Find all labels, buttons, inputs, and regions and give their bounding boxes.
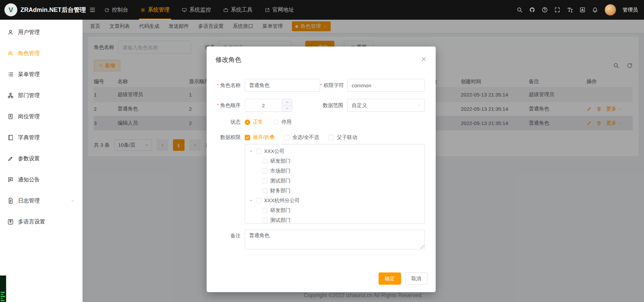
sidebar-item-log-mgmt[interactable]: 日志管理	[0, 190, 82, 211]
checkbox-parent-child-link[interactable]: 父子联动	[329, 134, 357, 141]
sidebar-item-user-mgmt[interactable]: 用户管理	[0, 22, 82, 43]
nav-system-tools[interactable]: 系统工具	[223, 0, 253, 20]
help-icon[interactable]	[542, 7, 548, 13]
increase-button[interactable]	[282, 99, 292, 106]
sidebar-item-role-mgmt[interactable]: 角色管理	[0, 43, 82, 64]
github-icon[interactable]	[529, 7, 535, 13]
role-sort-value: 2	[245, 99, 282, 111]
nav-official-site-label: 官网地址	[272, 6, 294, 14]
sidebar-item-label: 多语言设置	[18, 218, 45, 226]
book-icon	[7, 135, 14, 141]
role-key-field[interactable]	[347, 79, 425, 92]
app-logo[interactable]: V ZRAdmin.NET后台管理	[0, 3, 83, 16]
stepper-buttons	[282, 99, 292, 111]
language-icon[interactable]	[579, 7, 586, 13]
tree-checkbox[interactable]	[262, 159, 267, 164]
remark-textarea[interactable]: 普通角色	[245, 230, 425, 249]
role-sort-stepper[interactable]: 2	[245, 99, 292, 112]
sidebar-item-post-mgmt[interactable]: 岗位管理	[0, 106, 82, 127]
sidebar-toggle-icon[interactable]	[89, 7, 95, 13]
sidebar-item-label: 岗位管理	[18, 113, 40, 120]
tree-checkbox[interactable]	[262, 218, 267, 223]
radio-status-disabled[interactable]: 停用	[273, 119, 292, 125]
role-key-field-label: 权限字符	[320, 82, 347, 89]
tree-node-child[interactable]: 研发部门	[245, 156, 424, 166]
nav-system-management-label: 系统管理	[148, 6, 170, 14]
checkbox-expand-collapse[interactable]: 展开/折叠	[245, 134, 275, 141]
radio-label: 停用	[281, 119, 292, 125]
notification-bell-icon[interactable]	[592, 7, 598, 13]
edit-icon	[7, 156, 14, 162]
topbar-actions: 管理员	[517, 4, 644, 16]
caret-down-icon[interactable]	[248, 198, 254, 203]
dialog-title: 修改角色	[215, 55, 241, 64]
remark-field-label: 备注	[215, 230, 245, 239]
search-icon[interactable]	[517, 7, 523, 13]
caret-down-icon[interactable]	[248, 149, 254, 154]
dialog-header: 修改角色	[207, 47, 436, 64]
tree-checkbox[interactable]	[262, 208, 267, 213]
edit-role-dialog: 修改角色 角色名称 权限字符 角色顺序 2 数据范围	[207, 47, 436, 292]
tree-node-root[interactable]: XXX公司	[245, 146, 424, 156]
sidebar-item-label: 字典管理	[18, 134, 40, 141]
perm-checkbox-group: 展开/折叠 全选/全不选 父子联动	[245, 134, 357, 141]
font-size-icon[interactable]	[567, 7, 573, 13]
sidebar-item-dept-mgmt[interactable]: 部门管理	[0, 85, 82, 106]
radio-icon	[245, 120, 250, 125]
sidebar-item-notice[interactable]: 通知公告	[0, 169, 82, 190]
performance-widget[interactable]	[0, 276, 6, 302]
tree-checkbox[interactable]	[262, 178, 267, 183]
cancel-button[interactable]: 取消	[405, 272, 428, 285]
checkbox-icon	[245, 135, 250, 140]
fullscreen-icon[interactable]	[554, 7, 560, 13]
tree-checkbox[interactable]	[262, 188, 267, 193]
checkbox-label: 展开/折叠	[253, 134, 275, 141]
form-row-sort-scope: 角色顺序 2 数据范围 自定义	[215, 99, 428, 112]
confirm-button[interactable]: 确定	[379, 272, 401, 285]
sidebar-item-label: 通知公告	[18, 176, 40, 183]
tree-node-child[interactable]: 市场部门	[245, 166, 424, 176]
dialog-close-icon[interactable]	[421, 56, 427, 62]
sidebar-item-param-settings[interactable]: 参数设置	[0, 148, 82, 169]
gear-icon	[140, 7, 145, 13]
tree-node-child[interactable]: 财务部门	[245, 186, 424, 196]
sidebar-item-dict-mgmt[interactable]: 字典管理	[0, 127, 82, 148]
nav-console[interactable]: 控制台	[104, 0, 128, 20]
form-row-name-key: 角色名称 权限字符	[215, 79, 428, 92]
data-perm-label: 数据权限	[215, 134, 245, 141]
translate-icon	[7, 219, 14, 225]
tree-node-root[interactable]: XXX杭州分公司	[245, 196, 424, 206]
data-scope-label: 数据范围	[320, 102, 347, 109]
sidebar-item-label: 参数设置	[18, 155, 40, 162]
tree-checkbox[interactable]	[256, 198, 261, 203]
logo-mark: V	[4, 3, 17, 16]
user-avatar[interactable]	[605, 4, 616, 16]
external-link-icon	[265, 7, 270, 13]
perf-bar	[1, 294, 3, 295]
chat-bubble-icon	[7, 177, 14, 183]
perf-bar	[1, 300, 4, 301]
sidebar-item-menu-mgmt[interactable]: 菜单管理	[0, 64, 82, 85]
toolbox-icon	[223, 7, 228, 13]
nav-official-site[interactable]: 官网地址	[265, 0, 294, 20]
decrease-button[interactable]	[282, 106, 292, 112]
tree-checkbox[interactable]	[256, 149, 261, 154]
sidebar-item-label: 部门管理	[18, 92, 40, 99]
tree-node-label: XXX公司	[264, 148, 284, 155]
tree-node-child[interactable]: 测试部门	[245, 176, 424, 186]
data-scope-select[interactable]: 自定义	[347, 99, 425, 112]
status-field-label: 状态	[215, 119, 245, 125]
checkbox-label: 全选/全不选	[292, 134, 319, 141]
checkbox-select-all[interactable]: 全选/全不选	[284, 134, 319, 141]
current-username[interactable]: 管理员	[623, 7, 638, 13]
tree-node-child[interactable]: 研发部门	[245, 206, 424, 215]
sidebar-item-i18n-settings[interactable]: 多语言设置	[0, 211, 82, 232]
role-name-field[interactable]	[245, 79, 320, 92]
tree-node-child[interactable]: 测试部门	[245, 215, 424, 224]
nav-system-monitor[interactable]: 系统监控	[182, 0, 211, 20]
app-title: ZRAdmin.NET后台管理	[20, 6, 86, 14]
tree-node-label: XXX杭州分公司	[264, 197, 300, 204]
tree-checkbox[interactable]	[262, 168, 267, 174]
nav-system-management[interactable]: 系统管理	[140, 0, 170, 20]
radio-status-normal[interactable]: 正常	[245, 119, 263, 125]
